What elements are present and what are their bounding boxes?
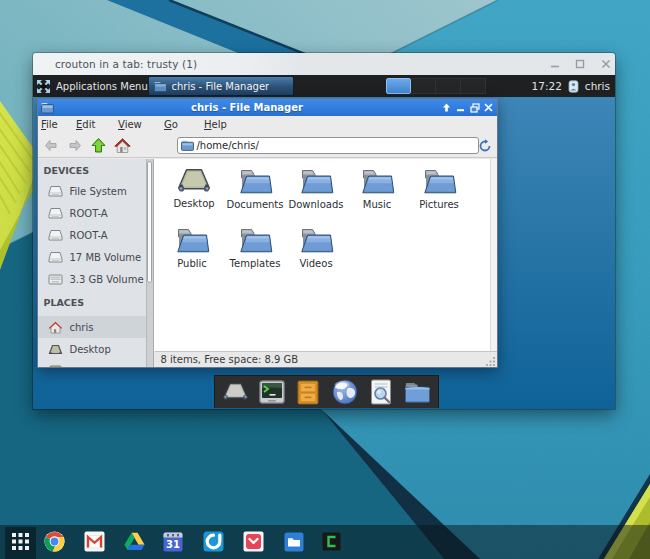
sidebar-scrollbar[interactable] (146, 159, 153, 367)
file-manager-toolbar: /home/chris/ (38, 134, 497, 158)
file-cabinet-icon (297, 380, 319, 405)
up-button[interactable] (87, 136, 111, 156)
file-manager-menubar: File Edit View Go Help (38, 116, 497, 134)
menu-go[interactable]: Go (164, 116, 178, 134)
taskbar-window-button[interactable]: chris - File Manager (148, 76, 294, 96)
sidebar-item-33gb-volume[interactable]: 3.3 GB Volume (38, 268, 153, 290)
window-controls (549, 53, 611, 75)
file-manager-titlebar[interactable]: chris - File Manager (38, 99, 497, 116)
back-button[interactable] (39, 136, 63, 156)
workspace-4[interactable] (461, 78, 486, 94)
menu-file[interactable]: File (41, 116, 58, 134)
workspace-1-active[interactable] (386, 78, 411, 94)
terminal-icon (259, 380, 285, 404)
view-scrollbar[interactable] (490, 159, 497, 351)
crouton-window: crouton in a tab: trusty (1) (33, 53, 615, 409)
fm-shade-button[interactable] (441, 102, 453, 114)
shelf-chrome-button[interactable] (44, 531, 65, 552)
path-text[interactable]: /home/chris/ (197, 140, 259, 151)
resize-grip-icon[interactable] (486, 356, 496, 366)
chrome-icon (44, 531, 65, 552)
crouton-window-titlebar[interactable]: crouton in a tab: trusty (1) (33, 53, 615, 75)
folder-downloads[interactable]: Downloads (286, 167, 347, 210)
user-badge-icon (568, 80, 579, 93)
refresh-button[interactable] (477, 137, 494, 154)
window-maximize-button[interactable] (575, 59, 586, 70)
path-bar[interactable]: /home/chris/ (177, 137, 479, 154)
xfce-desktop[interactable]: Applications Menu chris - File Manager 1… (33, 75, 615, 409)
workspace-2[interactable] (411, 78, 436, 94)
sidebar-item-root-a-1[interactable]: ROOT-A (38, 202, 153, 224)
sidebar-item-chris[interactable]: chris (38, 316, 153, 338)
panel-clock[interactable]: 17:22 (532, 80, 562, 92)
folder-icon (237, 167, 274, 196)
fm-side-pane: DEVICES File System (38, 159, 154, 367)
files-app-icon (284, 532, 304, 552)
shelf-launcher-button[interactable] (10, 531, 31, 552)
sidebar-item-trash[interactable]: Trash (38, 360, 153, 367)
dock-web-browser-button[interactable] (331, 379, 358, 406)
dock-show-desktop-button[interactable] (222, 379, 249, 406)
menu-edit[interactable]: Edit (76, 116, 95, 134)
window-minimize-button[interactable] (549, 59, 560, 70)
drive-icon (48, 207, 63, 220)
shelf-drive-button[interactable] (124, 531, 145, 552)
fm-maximize-button[interactable] (469, 102, 481, 114)
folder-icon (404, 380, 431, 404)
fm-icon-view[interactable]: Desktop Documents Downloads (154, 159, 497, 351)
xfce-top-panel: Applications Menu chris - File Manager 1… (33, 75, 615, 97)
sidebar-item-17mb-volume[interactable]: 17 MB Volume (38, 246, 153, 268)
dock-app-finder-button[interactable] (368, 379, 395, 406)
crouton-window-title: crouton in a tab: trusty (1) (55, 58, 197, 70)
menu-help[interactable]: Help (204, 116, 227, 134)
shelf-pocket-button[interactable] (243, 531, 264, 552)
folder-videos[interactable]: Videos (286, 226, 347, 269)
folder-templates[interactable]: Templates (225, 226, 286, 269)
file-manager-title: chris - File Manager (52, 102, 443, 113)
workspace-pager[interactable] (386, 78, 486, 94)
folder-music[interactable]: Music (347, 167, 408, 210)
shelf-files-button[interactable] (283, 531, 304, 552)
folder-desktop[interactable]: Desktop (164, 167, 225, 209)
shelf-calendar-button[interactable]: 31 (162, 531, 183, 552)
workspace-3[interactable] (436, 78, 461, 94)
applications-menu-button[interactable]: Applications Menu (33, 75, 155, 97)
sidebar-item-root-a-2[interactable]: ROOT-A (38, 224, 153, 246)
xfce-logo-icon (36, 79, 51, 94)
show-desktop-icon (222, 381, 249, 403)
window-close-button[interactable] (600, 59, 611, 70)
devices-header: DEVICES (38, 159, 153, 180)
folder-public[interactable]: Public (162, 226, 223, 269)
forward-button[interactable] (63, 136, 87, 156)
menu-view[interactable]: View (118, 116, 142, 134)
sidebar-item-file-system[interactable]: File System (38, 180, 153, 202)
folder-icon (298, 226, 335, 255)
home-button[interactable] (111, 136, 135, 156)
shelf-gmail-button[interactable] (84, 531, 105, 552)
shelf-blue-d-app-button[interactable] (203, 531, 224, 552)
status-text: 8 items, Free space: 8.9 GB (161, 354, 299, 365)
sidebar-scrollbar-thumb[interactable] (147, 161, 152, 283)
dock-terminal-button[interactable] (258, 379, 285, 406)
file-manager-window: chris - File Manager (37, 98, 498, 368)
fm-minimize-button[interactable] (455, 102, 467, 114)
xfce-dock (214, 375, 439, 408)
fm-close-button[interactable] (483, 102, 495, 114)
folder-documents[interactable]: Documents (225, 167, 286, 210)
shelf-crosh-button[interactable] (321, 531, 342, 552)
dock-file-manager-button[interactable] (404, 379, 431, 406)
folder-pictures[interactable]: Pictures (409, 167, 470, 210)
dock-file-cabinet-button[interactable] (295, 379, 322, 406)
path-folder-icon (181, 140, 194, 151)
drive-icon (48, 229, 63, 242)
gmail-icon (84, 531, 105, 552)
fm-window-controls (441, 99, 495, 116)
folder-icon (154, 81, 167, 92)
folder-icon (237, 226, 274, 255)
desktop-icon (176, 167, 212, 195)
sidebar-item-desktop[interactable]: Desktop (38, 338, 153, 360)
panel-username[interactable]: chris (585, 80, 610, 92)
drive-icon (48, 251, 63, 264)
calendar-icon: 31 (163, 532, 183, 552)
taskbar-window-label: chris - File Manager (172, 81, 270, 92)
